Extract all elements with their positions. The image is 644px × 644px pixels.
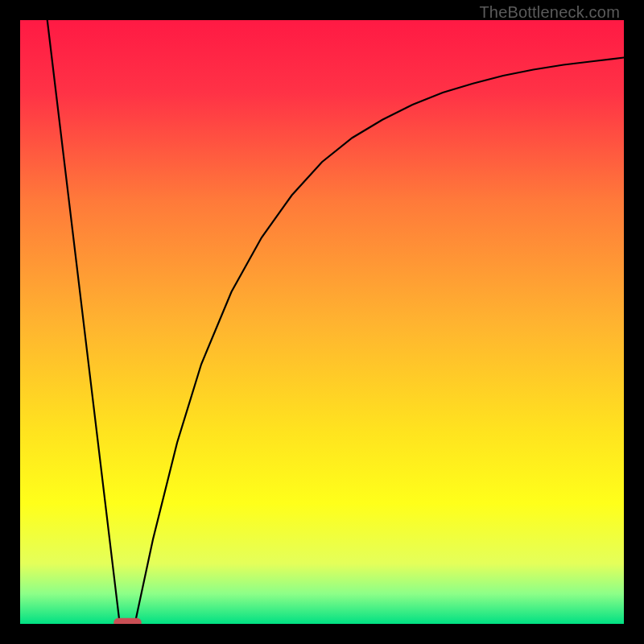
plot-area	[20, 20, 624, 624]
attribution-text: TheBottleneck.com	[479, 3, 620, 22]
optimal-marker	[114, 618, 142, 624]
chart-svg	[20, 20, 624, 624]
chart-frame: TheBottleneck.com	[0, 0, 644, 644]
gradient-background	[20, 20, 624, 624]
